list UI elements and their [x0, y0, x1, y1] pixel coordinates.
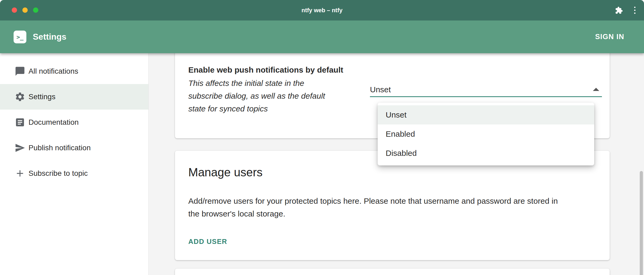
dropdown-collapse-arrow-icon: [593, 88, 599, 91]
sidebar-item-label: Subscribe to topic: [28, 169, 88, 178]
setting-title: Enable web push notifications by default: [188, 65, 343, 75]
manage-users-description-line: Add/remove users for your protected topi…: [188, 195, 558, 207]
plus-icon: [15, 168, 25, 179]
sidebar-item-subscribe-to-topic[interactable]: Subscribe to topic: [0, 161, 148, 186]
sidebar-item-label: Settings: [28, 93, 55, 101]
manage-users-description-line: the browser's local storage.: [188, 207, 558, 220]
setting-description-line: This affects the initial state in the: [188, 77, 353, 90]
next-card-partial: [175, 269, 610, 275]
manage-users-description: Add/remove users for your protected topi…: [188, 195, 558, 220]
page-title: Settings: [33, 20, 66, 53]
sidebar-item-settings[interactable]: Settings: [0, 84, 148, 110]
sidebar-item-label: All notifications: [28, 67, 78, 76]
sign-in-button[interactable]: SIGN IN: [591, 20, 628, 53]
setting-description: This affects the initial state in the su…: [188, 77, 353, 115]
extensions-puzzle-icon[interactable]: [615, 6, 623, 14]
appbar: >_ Settings SIGN IN: [0, 20, 644, 53]
dropdown-option-unset[interactable]: Unset: [378, 105, 594, 124]
sidebar-item-label: Documentation: [28, 118, 79, 127]
titlebar: ntfy web – ntfy: [0, 0, 644, 20]
manage-users-card: Manage users Add/remove users for your p…: [175, 151, 610, 260]
ntfy-logo-icon: >_: [14, 31, 26, 43]
vertical-scrollbar-thumb[interactable]: [640, 171, 643, 275]
sidebar-item-label: Publish notification: [28, 144, 91, 152]
chat-icon: [15, 66, 25, 77]
gear-icon: [15, 91, 25, 102]
titlebar-actions: [615, 0, 637, 20]
article-icon: [15, 117, 25, 128]
sidebar: All notifications Settings Documentation…: [0, 53, 149, 275]
web-push-default-menu: Unset Enabled Disabled: [378, 103, 594, 165]
dropdown-option-enabled[interactable]: Enabled: [378, 124, 594, 144]
browser-menu-icon[interactable]: [633, 6, 637, 15]
sidebar-item-documentation[interactable]: Documentation: [0, 110, 148, 135]
web-push-default-select[interactable]: Unset: [370, 82, 602, 97]
setting-description-line: state for synced topics: [188, 102, 353, 115]
select-value: Unset: [370, 82, 602, 97]
add-user-button[interactable]: ADD USER: [188, 238, 227, 246]
window-title: ntfy web – ntfy: [0, 0, 644, 20]
manage-users-title: Manage users: [188, 166, 263, 179]
send-icon: [15, 143, 25, 153]
dropdown-option-disabled[interactable]: Disabled: [378, 144, 594, 163]
browser-window: ntfy web – ntfy >_ Settings SIGN IN All …: [0, 0, 644, 275]
settings-main: Enable web push notifications by default…: [149, 53, 644, 275]
sidebar-item-all-notifications[interactable]: All notifications: [0, 59, 148, 84]
sidebar-item-publish-notification[interactable]: Publish notification: [0, 135, 148, 161]
setting-description-line: subscribe dialog, as well as the default: [188, 90, 353, 102]
content-area: All notifications Settings Documentation…: [0, 53, 644, 275]
